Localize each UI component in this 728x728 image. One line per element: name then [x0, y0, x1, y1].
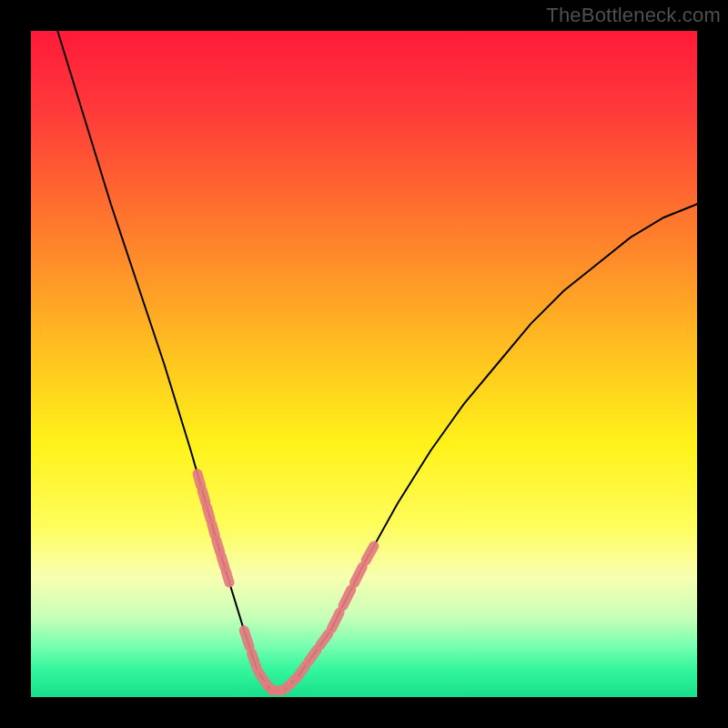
annotation-segment [244, 631, 249, 647]
annotation-segment [202, 490, 206, 502]
annotation-segment [320, 634, 329, 645]
annotation-segment [252, 653, 258, 670]
annotation-segment [366, 546, 374, 561]
annotation-segment [197, 474, 201, 486]
annotation-segment [298, 666, 306, 677]
chart-svg [31, 31, 697, 697]
annotation-segment [207, 507, 211, 519]
annotation-segment [221, 556, 225, 567]
annotation-segment [343, 590, 351, 606]
annotation-group [197, 474, 374, 691]
annotation-segment [331, 612, 339, 629]
annotation-segment [355, 567, 363, 583]
bottleneck-curve [57, 31, 697, 691]
watermark-text: TheBottleneck.com [546, 4, 721, 27]
chart-canvas: TheBottleneck.com [0, 0, 728, 728]
annotation-segment [226, 571, 229, 582]
annotation-segment [259, 673, 265, 682]
annotation-segment [217, 541, 220, 551]
plot-area [31, 31, 697, 697]
annotation-segment [212, 524, 216, 536]
annotation-segment [308, 650, 317, 661]
